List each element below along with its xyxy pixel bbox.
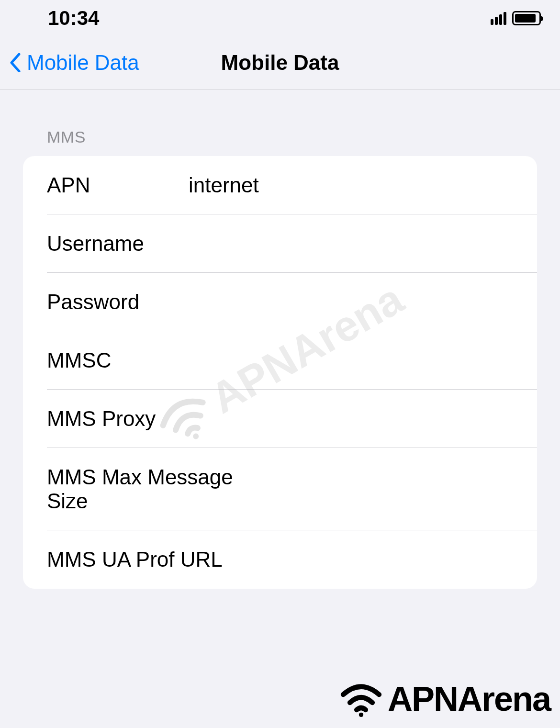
mms-proxy-input[interactable] [189, 407, 537, 431]
settings-group-mms: APN Username Password MMSC MMS Proxy MMS… [23, 156, 537, 589]
row-label: MMS UA Prof URL [47, 548, 223, 571]
signal-icon [491, 11, 506, 25]
chevron-left-icon [10, 53, 21, 72]
mms-ua-prof-input[interactable] [240, 548, 537, 571]
status-indicators [491, 11, 541, 25]
mms-max-size-input[interactable] [274, 477, 537, 501]
settings-row-apn[interactable]: APN [23, 156, 537, 214]
page-title: Mobile Data [221, 51, 339, 75]
row-label: MMS Max Message Size [47, 465, 257, 513]
wifi-icon [338, 681, 384, 717]
row-label: Password [47, 290, 171, 314]
settings-row-username[interactable]: Username [23, 214, 537, 273]
password-input[interactable] [189, 290, 537, 314]
status-bar: 10:34 [0, 0, 560, 36]
settings-row-password[interactable]: Password [23, 273, 537, 331]
row-label: APN [47, 173, 171, 197]
back-button[interactable]: Mobile Data [10, 51, 139, 75]
content-area: MMS APN Username Password MMSC MMS Proxy [0, 90, 560, 589]
status-time: 10:34 [48, 7, 99, 30]
back-label: Mobile Data [27, 51, 139, 75]
row-label: MMSC [47, 348, 171, 372]
navigation-bar: Mobile Data Mobile Data [0, 36, 560, 90]
settings-row-mms-ua-prof[interactable]: MMS UA Prof URL [23, 530, 537, 589]
mmsc-input[interactable] [189, 348, 537, 372]
row-label: MMS Proxy [47, 407, 171, 431]
apn-input[interactable] [189, 173, 537, 197]
settings-row-mmsc[interactable]: MMSC [23, 331, 537, 390]
footer-logo: APNArena [338, 679, 550, 718]
settings-row-mms-max-size[interactable]: MMS Max Message Size [23, 448, 537, 530]
section-header-mms: MMS [47, 128, 537, 146]
row-label: Username [47, 232, 171, 256]
svg-point-1 [359, 712, 363, 717]
battery-icon [512, 11, 541, 25]
settings-row-mms-proxy[interactable]: MMS Proxy [23, 390, 537, 448]
username-input[interactable] [189, 232, 537, 256]
footer-text: APNArena [388, 679, 550, 718]
